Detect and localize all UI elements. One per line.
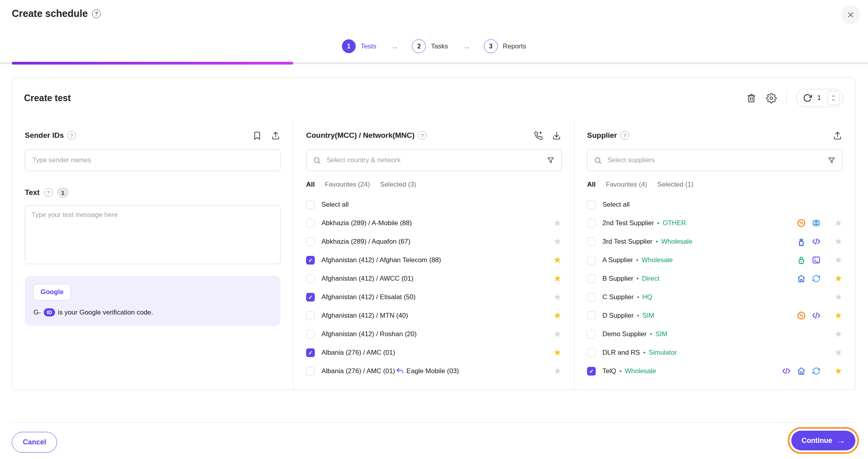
checkbox[interactable] [587, 330, 596, 339]
country-list: Select allAbkhazia (289) / A-Mobile (88)… [306, 195, 561, 380]
checkbox[interactable]: ✓ [306, 256, 315, 265]
close-icon[interactable]: ✕ [841, 6, 860, 24]
country-row[interactable]: Abkhazia (289) / Aquafon (67)★ [306, 232, 561, 251]
favourite-star[interactable]: ★ [834, 348, 842, 357]
favourite-star[interactable]: ★ [553, 274, 561, 283]
columns: Sender IDs ? Text ? 1 Google G- ID [12, 118, 855, 389]
upload-senders-button[interactable] [271, 131, 281, 141]
checkbox[interactable] [306, 330, 315, 339]
supplier-row[interactable]: DLR and RS•Simulator★ [587, 343, 842, 362]
help-icon[interactable]: ? [418, 131, 427, 140]
supplier-row[interactable]: 3rd Test Supplier•Wholesale★ [587, 232, 842, 251]
supplier-type: Wholesale [625, 367, 656, 375]
country-row[interactable]: Afghanistan (412) / AWCC (01)★ [306, 269, 561, 288]
country-select-all-row[interactable]: Select all [306, 195, 561, 214]
continue-button[interactable]: Continue → [791, 431, 855, 450]
cancel-button[interactable]: Cancel [12, 432, 57, 453]
download-networks-button[interactable] [552, 131, 561, 141]
checkbox[interactable] [587, 348, 596, 357]
sender-names-input[interactable] [25, 149, 281, 171]
checkbox[interactable]: ✓ [306, 348, 315, 357]
supplier-row[interactable]: D Supplier•SIM%★ [587, 306, 842, 325]
favourite-star[interactable]: ★ [834, 237, 842, 246]
supplier-row[interactable]: 2nd Test Supplier•OTHER%★ [587, 214, 842, 232]
country-tab[interactable]: Selected (3) [380, 181, 416, 189]
terminal-icon [811, 255, 821, 265]
favourite-star[interactable]: ★ [834, 292, 842, 302]
country-row[interactable]: Abkhazia (289) / A-Mobile (88)★ [306, 214, 561, 232]
supplier-row[interactable]: ✓TelQ•Wholesale★ [587, 362, 842, 380]
test-settings-button[interactable] [766, 93, 777, 104]
favourite-star[interactable]: ★ [553, 218, 561, 228]
supplier-tab[interactable]: All [587, 181, 596, 189]
help-icon[interactable]: ? [621, 131, 629, 140]
stepper-step-tasks[interactable]: 2Tasks [412, 39, 448, 53]
country-tab[interactable]: All [306, 181, 315, 189]
country-filter-button[interactable] [547, 156, 555, 165]
supplier-row[interactable]: C Supplier•HQ★ [587, 288, 842, 306]
bookmark-icon [252, 131, 262, 141]
help-icon[interactable]: ? [67, 131, 76, 140]
supplier-row[interactable]: Demo Supplier•SIM★ [587, 325, 842, 343]
checkbox[interactable] [587, 256, 596, 265]
checkbox[interactable]: ✓ [587, 367, 596, 376]
upload-suppliers-button[interactable] [833, 131, 842, 141]
checkbox[interactable] [587, 200, 596, 209]
supplier-tab[interactable]: Favourites (4) [606, 181, 647, 189]
favourite-star[interactable]: ★ [553, 292, 561, 302]
favourite-star[interactable]: ★ [834, 366, 842, 376]
filter-icon [827, 156, 836, 165]
checkbox[interactable] [587, 274, 596, 283]
delete-test-button[interactable] [746, 93, 757, 104]
favourite-star[interactable]: ★ [553, 237, 561, 246]
favourite-star[interactable]: ★ [834, 255, 842, 265]
country-row[interactable]: ✓Afghanistan (412) / Afghan Telecom (88)… [306, 251, 561, 269]
select-all-label: Select all [321, 201, 349, 209]
favourite-star[interactable]: ★ [834, 311, 842, 320]
help-icon[interactable]: ? [92, 9, 101, 18]
checkbox[interactable] [306, 219, 315, 228]
checkbox[interactable] [587, 311, 596, 320]
country-row[interactable]: ✓Afghanistan (412) / Etisalat (50)★ [306, 288, 561, 306]
favourite-star[interactable]: ★ [553, 329, 561, 339]
country-tab[interactable]: Favourites (24) [325, 181, 370, 189]
country-search-input[interactable] [326, 156, 542, 165]
supplier-row[interactable]: A Supplier•Wholesale★ [587, 251, 842, 269]
supplier-search-input[interactable] [607, 156, 823, 165]
saved-senders-button[interactable] [252, 131, 262, 141]
add-phone-button[interactable] [533, 131, 543, 141]
checkbox[interactable] [306, 200, 315, 209]
country-row[interactable]: Afghanistan (412) / MTN (40)★ [306, 306, 561, 325]
repeat-increment-button[interactable] [831, 94, 837, 98]
supplier-filter-button[interactable] [827, 156, 836, 165]
supplier-select-all-row[interactable]: Select all [587, 195, 842, 214]
country-row[interactable]: Albania (276) / AMC (01)Eagle Mobile (03… [306, 362, 561, 380]
google-template-chip[interactable]: Google [33, 284, 71, 300]
checkbox[interactable] [306, 311, 315, 320]
checkbox[interactable] [587, 237, 596, 246]
test-message-textarea[interactable] [25, 205, 281, 264]
country-row[interactable]: Afghanistan (412) / Roshan (20)★ [306, 325, 561, 343]
favourite-star[interactable]: ★ [834, 274, 842, 283]
checkbox[interactable]: ✓ [306, 293, 315, 302]
help-icon[interactable]: ? [44, 188, 53, 197]
checkbox[interactable] [587, 219, 596, 228]
checkbox[interactable] [306, 367, 315, 376]
supplier-row[interactable]: B Supplier•Direct★ [587, 269, 842, 288]
text-section-header: Text ? 1 [25, 187, 281, 198]
supplier-tab[interactable]: Selected (1) [657, 181, 694, 189]
repeat-decrement-button[interactable] [831, 98, 837, 102]
favourite-star[interactable]: ★ [834, 218, 842, 228]
favourite-star[interactable]: ★ [553, 255, 561, 265]
favourite-star[interactable]: ★ [553, 366, 561, 376]
stepper-step-tests[interactable]: 1Tests [342, 39, 377, 53]
checkbox[interactable] [306, 274, 315, 283]
favourite-star[interactable]: ★ [553, 348, 561, 357]
stepper-step-reports[interactable]: 3Reports [484, 39, 526, 53]
sender-column: Sender IDs ? Text ? 1 Google G- ID [12, 118, 293, 389]
favourite-star[interactable]: ★ [553, 311, 561, 320]
checkbox[interactable] [587, 293, 596, 302]
checkbox[interactable] [306, 237, 315, 246]
country-row[interactable]: ✓Albania (276) / AMC (01)★ [306, 343, 561, 362]
favourite-star[interactable]: ★ [834, 329, 842, 339]
